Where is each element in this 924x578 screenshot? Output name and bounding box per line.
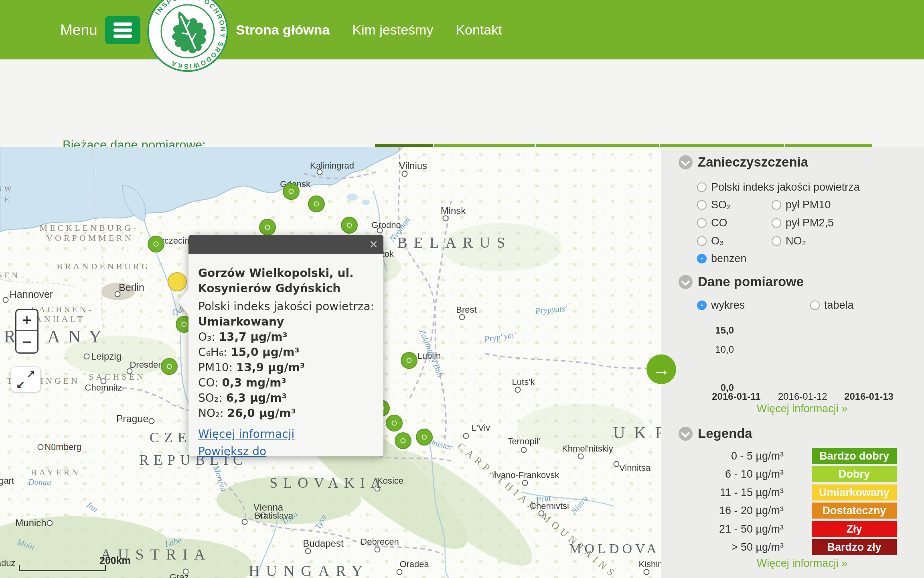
radio-unselected[interactable] [810, 300, 820, 310]
header: Menu INSPEKCJA OCHRONY ŚRODOWISKA S [0, 0, 924, 59]
map-canvas[interactable]: KaliningradGdanskVilniusMinskGrodnoBialy… [0, 147, 661, 578]
chevron-down-icon[interactable] [679, 427, 693, 441]
section-pollutants: Zanieczyszczenia [679, 155, 808, 170]
city-marker [397, 569, 403, 575]
chevron-down-icon[interactable] [679, 155, 693, 169]
radio-label: benzen [711, 252, 747, 265]
hamburger-menu-button[interactable] [105, 16, 140, 44]
radio-label: SO₂ [711, 199, 731, 211]
radio-unselected[interactable] [772, 200, 781, 210]
pollutant-name: C₆H₆: [198, 346, 231, 359]
radio-option-so₂[interactable]: SO₂ [697, 199, 731, 211]
pollutant-name: SO₂: [198, 391, 226, 405]
measurement-row: SO₂: 6,3 µg/m³ [198, 391, 375, 406]
close-icon[interactable]: × [369, 236, 378, 253]
expand-icon: ↗ [26, 368, 35, 380]
city-marker [84, 354, 90, 360]
measurement-row: PM10: 13,9 µg/m³ [198, 360, 375, 375]
city-marker [3, 297, 9, 303]
radio-unselected[interactable] [697, 218, 707, 228]
subheader: Bieżące dane pomiarowe: 2016-01-13 od 13… [0, 59, 924, 147]
radio-selected[interactable] [697, 300, 707, 310]
station-popup: × Gorzów Wielkopolski, ul. Kosynierów Gd… [188, 235, 383, 456]
legend-range: 21 - 50 µg/m³ [666, 523, 784, 535]
legend-category-bardzo-dobry: Bardzo dobry [812, 448, 897, 464]
city-marker [515, 387, 521, 393]
radio-label: pył PM10 [786, 199, 831, 211]
station-marker[interactable] [308, 195, 325, 212]
zoom-in-button[interactable]: + [16, 310, 37, 331]
legend-range: 0 - 5 µg/m³ [666, 450, 784, 462]
zoom-control: + − [15, 309, 38, 354]
radio-selected[interactable] [697, 254, 707, 263]
zoom-to-link[interactable]: Powiększ do [198, 445, 375, 458]
city-marker [644, 569, 650, 575]
page: Menu INSPEKCJA OCHRONY ŚRODOWISKA S [0, 0, 924, 578]
radio-label: Polski indeks jakości powietrza [711, 181, 860, 193]
radio-unselected[interactable] [772, 236, 781, 246]
legend-range: 11 - 15 µg/m³ [666, 486, 784, 499]
station-marker[interactable] [259, 219, 276, 236]
city-marker [443, 216, 449, 222]
city-marker [614, 461, 620, 467]
chevron-down-icon[interactable] [679, 275, 693, 289]
station-marker[interactable] [395, 432, 411, 449]
section-data: Dane pomiarowe [679, 274, 804, 289]
menu-label[interactable]: Menu [60, 22, 97, 39]
radio-label: CO [711, 217, 727, 229]
station-marker[interactable] [161, 358, 178, 375]
radio-unselected[interactable] [697, 200, 707, 210]
radio-unselected[interactable] [697, 182, 707, 192]
pollutant-name: CO: [198, 376, 222, 389]
next-station-button[interactable]: → [646, 354, 676, 384]
legend-category-dostateczny: Dostateczny [812, 503, 897, 519]
radio-unselected[interactable] [772, 218, 781, 228]
radio-label: O₃ [711, 235, 724, 247]
radio-option-tabela[interactable]: tabela [810, 299, 854, 311]
nav-item-strona-główna[interactable]: Strona główna [236, 22, 330, 38]
more-info-link[interactable]: Więcej informacji [198, 427, 375, 441]
legend-more-info-link[interactable]: Więcej informacji » [734, 557, 870, 570]
city-marker [47, 520, 53, 526]
legend-range: 16 - 20 µg/m³ [666, 505, 784, 517]
radio-option-no₂[interactable]: NO₂ [772, 235, 806, 247]
radio-option-polski-indeks-jakości-powietrza[interactable]: Polski indeks jakości powietrza [697, 181, 860, 193]
radio-unselected[interactable] [697, 236, 707, 246]
city-marker [127, 368, 133, 374]
station-marker[interactable] [386, 415, 403, 431]
zoom-out-button[interactable]: − [16, 331, 37, 352]
city-marker [377, 228, 383, 234]
city-marker [242, 519, 248, 525]
legend-category-bardzo-zły: Bardzo zły [812, 539, 897, 555]
station-marker[interactable] [148, 236, 164, 252]
chart-more-info-link[interactable]: Więcej informacji » [734, 403, 870, 415]
radio-option-pył-pm2-5[interactable]: pył PM2,5 [772, 217, 834, 229]
logo: INSPEKCJA OCHRONY ŚRODOWISKA [147, 0, 229, 72]
station-marker[interactable] [401, 352, 417, 369]
radio-option-co[interactable]: CO [697, 217, 727, 229]
nav-item-kim-jesteśmy[interactable]: Kim jesteśmy [352, 22, 433, 38]
popup-body: Gorzów Wielkopolski, ul. Kosynierów Gdyń… [188, 254, 383, 456]
city-marker [305, 548, 311, 554]
station-marker[interactable] [416, 429, 433, 446]
measurement-row: CO: 0,3 mg/m³ [198, 375, 375, 391]
legend-range: 6 - 10 µg/m³ [666, 468, 784, 480]
station-marker[interactable] [283, 183, 300, 200]
radio-option-benzen[interactable]: benzen [697, 252, 747, 265]
city-marker [38, 444, 44, 450]
measurement-list: O₃: 13,7 µg/m³C₆H₆: 15,0 µg/m³PM10: 13,9… [198, 330, 375, 421]
x-tick-label: 2016-01-13 [837, 391, 901, 402]
popup-tail [178, 289, 188, 315]
pollutant-name: PM10: [198, 361, 236, 374]
station-name: Gorzów Wielkopolski, ul. Kosynierów Gdyń… [198, 266, 375, 296]
pollutant-value: 26,0 µg/m³ [227, 407, 296, 420]
station-marker[interactable] [341, 217, 358, 234]
nav-item-kontakt[interactable]: Kontakt [456, 22, 502, 38]
fullscreen-button[interactable]: ↗ ↙ [11, 367, 40, 392]
radio-option-wykres[interactable]: wykres [697, 299, 745, 311]
radio-option-pył-pm10[interactable]: pył PM10 [772, 199, 831, 211]
map-scalebar [19, 565, 106, 571]
x-tick-label: 2016-01-12 [770, 391, 835, 402]
map-scale-label: 200km [99, 555, 131, 566]
radio-option-o₃[interactable]: O₃ [697, 235, 724, 247]
